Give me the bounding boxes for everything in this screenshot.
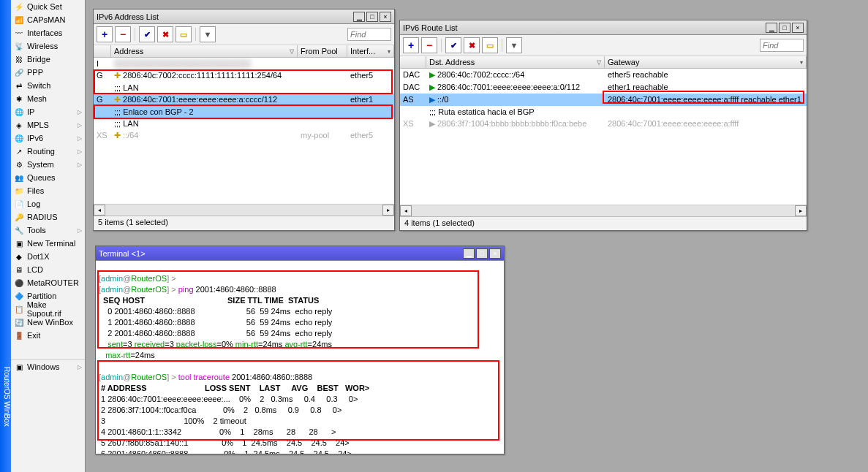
- menu-item-exit[interactable]: 🚪Exit: [11, 329, 85, 342]
- disable-button[interactable]: ✖: [157, 26, 173, 42]
- sidebar-vertical-title: RouterOS WinBox: [0, 0, 11, 472]
- enable-button[interactable]: ✔: [445, 37, 461, 53]
- add-button[interactable]: +: [403, 37, 419, 53]
- menu-item-routing[interactable]: ↗Routing▷: [11, 145, 85, 158]
- table-row[interactable]: ;;; LAN: [94, 118, 394, 129]
- scroll-left-button[interactable]: ◂: [400, 205, 412, 216]
- menu-icon: ⛓: [14, 54, 24, 64]
- ipv6-route-list-window: IPv6 Route List ▁ □ × + − ✔ ✖ ▭ ▼ Dst. A…: [399, 20, 807, 231]
- col-gw[interactable]: Gateway▾: [605, 56, 807, 68]
- col-interface[interactable]: Interf...▾: [347, 45, 394, 57]
- menu-item-mesh[interactable]: ✱Mesh: [11, 92, 85, 105]
- route-grid[interactable]: DAC▶ 2806:40c:7002:cccc::/64ether5 reach…: [400, 69, 807, 205]
- menu-item-ip[interactable]: 🌐IP▷: [11, 105, 85, 118]
- col-flag[interactable]: [400, 56, 426, 68]
- table-row[interactable]: ;;; LAN: [94, 82, 394, 94]
- table-row[interactable]: G✚ 2806:40c:7001:eeee:eeee:eeee:a:cccc/1…: [94, 94, 394, 106]
- menu-label: RADIUS: [27, 213, 58, 221]
- menu-item-bridge[interactable]: ⛓Bridge: [11, 53, 85, 66]
- menu-item-ppp[interactable]: 🔗PPP: [11, 66, 85, 79]
- menu-item-interfaces[interactable]: 〰Interfaces: [11, 26, 85, 39]
- menu-label: Mesh: [27, 94, 47, 103]
- separator: [135, 28, 135, 41]
- minimize-button[interactable]: ▁: [353, 12, 365, 22]
- menu-label: MPLS: [27, 121, 49, 129]
- close-button[interactable]: ×: [489, 248, 501, 259]
- filter-button[interactable]: ▼: [506, 37, 522, 53]
- table-row[interactable]: XS✚ ::/64my-poolether5: [94, 129, 394, 142]
- minimize-button[interactable]: ▁: [766, 23, 777, 33]
- menu-item-system[interactable]: ⚙System▷: [11, 158, 85, 171]
- menu-item-lcd[interactable]: 🖥LCD: [11, 263, 85, 276]
- window-titlebar[interactable]: IPv6 Route List ▁ □ ×: [400, 20, 807, 35]
- maximize-button[interactable]: □: [476, 248, 488, 259]
- menu-item-windows[interactable]: ▣ Windows ▷: [11, 360, 85, 373]
- menu-item-new-terminal[interactable]: ▣New Terminal: [11, 237, 85, 250]
- table-row[interactable]: DAC▶ 2806:40c:7002:cccc::/64ether5 reach…: [400, 69, 807, 81]
- table-row[interactable]: G✚ 2806:40c:7002:cccc:1111:1111:1111:254…: [94, 69, 394, 82]
- col-dst[interactable]: Dst. Address▽: [426, 56, 605, 68]
- grid-header[interactable]: Dst. Address▽ Gateway▾: [400, 56, 807, 69]
- menu-icon: ⚫: [14, 278, 24, 288]
- menu-item-tools[interactable]: 🔧Tools▷: [11, 224, 85, 237]
- menu-icon: 🌐: [14, 107, 24, 117]
- scroll-right-button[interactable]: ▸: [795, 205, 807, 216]
- scroll-right-button[interactable]: ▸: [382, 205, 394, 216]
- scroll-track[interactable]: [412, 205, 795, 216]
- horizontal-scrollbar[interactable]: ◂ ▸: [400, 205, 807, 216]
- menu-item-mpls[interactable]: ◈MPLS▷: [11, 118, 85, 132]
- menu-label: Switch: [27, 81, 50, 90]
- menu-label: Windows: [27, 362, 60, 371]
- close-button[interactable]: ×: [380, 12, 391, 22]
- remove-button[interactable]: −: [115, 26, 131, 42]
- submenu-arrow-icon: ▷: [78, 148, 82, 155]
- disable-button[interactable]: ✖: [464, 37, 480, 53]
- menu-item-quick-set[interactable]: ⚡Quick Set: [11, 0, 85, 13]
- menu-item-log[interactable]: 📄Log: [11, 197, 85, 210]
- enable-button[interactable]: ✔: [139, 26, 155, 42]
- main-menu: ⚡Quick Set📶CAPsMAN〰Interfaces📡Wireless⛓B…: [11, 0, 85, 342]
- menu-item-files[interactable]: 📁Files: [11, 184, 85, 197]
- col-flag[interactable]: [94, 45, 111, 57]
- minimize-button[interactable]: ▁: [463, 248, 475, 259]
- menu-item-dot1x[interactable]: ◆Dot1X: [11, 250, 85, 263]
- menu-item-queues[interactable]: 👥Queues: [11, 171, 85, 184]
- comment-button[interactable]: ▭: [176, 26, 192, 42]
- comment-button[interactable]: ▭: [482, 37, 498, 53]
- maximize-button[interactable]: □: [366, 12, 378, 22]
- horizontal-scrollbar[interactable]: ◂ ▸: [94, 204, 394, 216]
- table-row[interactable]: XS▶ 2806:3f7:1004:bbbb:bbbb:bbbb:f0ca:be…: [400, 118, 807, 130]
- remove-button[interactable]: −: [421, 37, 437, 53]
- scroll-track[interactable]: [105, 205, 382, 216]
- menu-item-ipv6[interactable]: 🌐IPv6▷: [11, 132, 85, 145]
- col-address[interactable]: Address▽: [111, 45, 298, 57]
- menu-item-capsman[interactable]: 📶CAPsMAN: [11, 13, 85, 26]
- table-row[interactable]: AS▶ ::/02806:40c:7001:eeee:eeee:eeee:a:f…: [400, 94, 807, 106]
- menu-label: Tools: [27, 226, 46, 235]
- menu-item-metarouter[interactable]: ⚫MetaROUTER: [11, 276, 85, 289]
- filter-button[interactable]: ▼: [200, 26, 216, 42]
- menu-item-radius[interactable]: 🔑RADIUS: [11, 210, 85, 224]
- window-titlebar[interactable]: IPv6 Address List ▁ □ ×: [94, 9, 394, 24]
- menu-item-switch[interactable]: ⇄Switch: [11, 79, 85, 92]
- window-titlebar[interactable]: Terminal <1> ▁ □ ×: [96, 246, 504, 261]
- add-button[interactable]: +: [97, 26, 113, 42]
- terminal-output[interactable]: [admin@RouterOS] > [admin@RouterOS] > pi…: [96, 261, 504, 454]
- menu-item-make-supout-rif[interactable]: 📋Make Supout.rif: [11, 302, 85, 316]
- scroll-left-button[interactable]: ◂: [94, 205, 105, 216]
- table-row[interactable]: DAC▶ 2806:40c:7001:eeee:eeee:eeee:a:0/11…: [400, 81, 807, 94]
- grid-header[interactable]: Address▽ From Pool Interf...▾: [94, 45, 394, 58]
- menu-icon: ⚙: [14, 159, 24, 170]
- find-input[interactable]: [760, 39, 804, 52]
- menu-item-wireless[interactable]: 📡Wireless: [11, 39, 85, 53]
- address-grid[interactable]: I████████████████████████G✚ 2806:40c:700…: [94, 58, 394, 204]
- table-row[interactable]: ;;; Ruta estatica hacia el BGP: [400, 106, 807, 118]
- maximize-button[interactable]: □: [779, 23, 790, 33]
- table-row[interactable]: ;;; Enlace con BGP - 2: [94, 106, 394, 118]
- find-input[interactable]: [347, 28, 391, 41]
- menu-label: Files: [27, 186, 44, 195]
- table-row[interactable]: I████████████████████████: [94, 58, 394, 69]
- close-button[interactable]: ×: [792, 23, 804, 33]
- col-frompool[interactable]: From Pool: [298, 45, 347, 57]
- menu-label: Log: [27, 199, 40, 208]
